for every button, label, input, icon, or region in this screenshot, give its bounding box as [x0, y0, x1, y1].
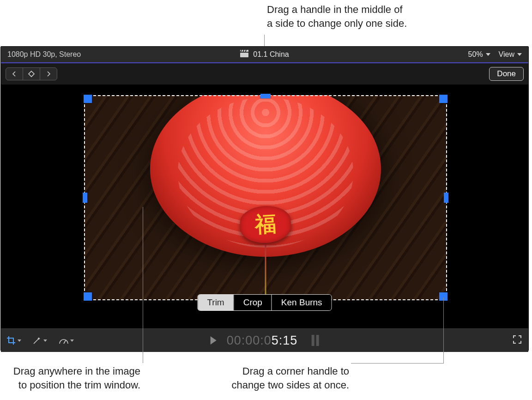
tab-trim[interactable]: Trim: [198, 295, 233, 310]
svg-line-6: [64, 340, 66, 344]
audio-meter-icon: [311, 335, 319, 346]
viewer-area: 福 Trim Crop Ken Burns: [1, 85, 528, 328]
clapperboard-icon: [240, 50, 248, 59]
callout-top: Drag a handle in the middle of a side to…: [267, 3, 407, 30]
chevron-down-icon: [486, 53, 490, 56]
callout-top-line1: Drag a handle in the middle of: [267, 4, 403, 15]
video-frame[interactable]: 福: [84, 95, 447, 300]
callout-bl-line2: to position the trim window.: [13, 378, 140, 392]
view-menu[interactable]: View: [499, 50, 522, 59]
callout-br-leader-v: [443, 297, 444, 364]
chevron-down-icon: [517, 53, 522, 56]
callout-bottom-left: Drag anywhere in the image to position t…: [13, 364, 140, 392]
tab-kenburns[interactable]: Ken Burns: [272, 295, 332, 310]
crop-tool-menu[interactable]: [6, 336, 21, 345]
prev-keyframe-button[interactable]: [6, 68, 23, 80]
zoom-menu[interactable]: 50%: [468, 50, 490, 59]
retime-tool-menu[interactable]: [58, 336, 74, 345]
chevron-down-icon: [70, 339, 74, 342]
chevron-down-icon: [18, 339, 21, 342]
viewer-panel: 1080p HD 30p, Stereo 01.1 China 50% View: [0, 46, 529, 351]
zoom-label: 50%: [468, 50, 483, 59]
timecode-bright: 5:15: [272, 333, 298, 347]
svg-rect-2: [241, 50, 242, 52]
lantern-string: [265, 241, 266, 300]
crop-mode-tabs: Trim Crop Ken Burns: [197, 294, 332, 311]
svg-rect-4: [245, 50, 247, 52]
callout-br-line2: change two sides at once.: [232, 378, 349, 392]
done-button[interactable]: Done: [489, 67, 524, 81]
keyframe-nav: [6, 67, 57, 80]
tag-text: 福: [254, 210, 277, 239]
chevron-down-icon: [43, 339, 47, 342]
fullscreen-button[interactable]: [513, 335, 522, 346]
doc-stage: Drag a handle in the middle of a side to…: [0, 0, 532, 400]
enhance-tool-menu[interactable]: [32, 336, 47, 345]
view-label: View: [499, 50, 514, 59]
callout-bottom-right: Drag a corner handle to change two sides…: [232, 364, 349, 392]
viewer-topbar: 1080p HD 30p, Stereo 01.1 China 50% View: [1, 47, 528, 62]
callout-bl-line1: Drag anywhere in the image: [13, 365, 140, 377]
svg-marker-5: [29, 71, 34, 77]
svg-rect-3: [243, 50, 244, 52]
next-keyframe-button[interactable]: [40, 68, 57, 80]
callout-br-line1: Drag a corner handle to: [242, 365, 349, 377]
viewer-footer: 00:00:05:15: [1, 328, 528, 352]
footer-tools: [6, 336, 74, 345]
tab-crop[interactable]: Crop: [234, 295, 272, 310]
callout-br-leader-h: [351, 363, 443, 364]
timecode-dim: 00:00:0: [227, 333, 272, 347]
svg-marker-1: [240, 50, 248, 52]
add-keyframe-button[interactable]: [23, 68, 40, 80]
play-icon[interactable]: [211, 336, 217, 345]
svg-rect-0: [240, 53, 248, 57]
format-label: 1080p HD 30p, Stereo: [1, 50, 81, 59]
viewer-subbar: Done: [1, 62, 528, 85]
clip-title: 01.1 China: [253, 50, 289, 59]
timecode-display: 00:00:05:15: [211, 333, 319, 348]
callout-top-line2: a side to change only one side.: [267, 17, 407, 30]
callout-bl-leader: [143, 207, 143, 363]
